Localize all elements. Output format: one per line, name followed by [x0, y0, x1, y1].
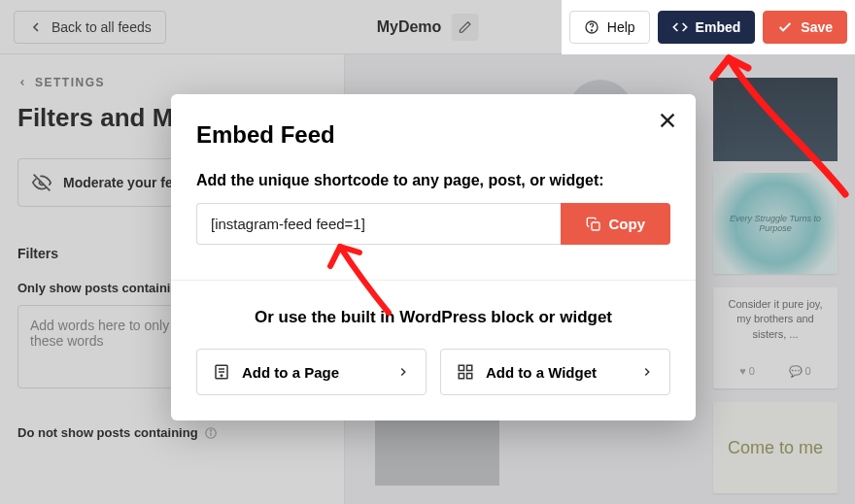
check-icon	[777, 19, 793, 35]
save-button[interactable]: Save	[763, 11, 847, 44]
dont-show-label: Do not show posts containing	[17, 425, 326, 440]
embed-label: Embed	[696, 19, 741, 35]
feed-title-group: MyDemo	[377, 14, 479, 41]
pencil-icon	[458, 20, 471, 34]
preview-tile[interactable]	[713, 78, 838, 161]
svg-rect-20	[467, 374, 472, 379]
copy-label: Copy	[609, 216, 646, 232]
top-bar: Back to all feeds MyDemo Help Embed Save	[0, 0, 855, 54]
card-caption: Consider it pure joy, my brothers and si…	[723, 297, 828, 342]
preview-tile[interactable]: Every Struggle Turns to Purpose	[713, 173, 838, 274]
close-icon	[657, 110, 678, 131]
add-to-widget-button[interactable]: Add to a Widget	[440, 349, 670, 395]
page-plus-icon	[213, 363, 230, 381]
chevron-left-icon	[28, 19, 44, 35]
back-to-feeds-label: Back to all feeds	[51, 19, 152, 35]
add-to-page-button[interactable]: Add to a Page	[196, 349, 427, 395]
modal-or-text: Or use the built in WordPress block or w…	[171, 280, 696, 327]
svg-point-8	[210, 429, 211, 430]
help-button[interactable]: Help	[569, 11, 650, 44]
svg-rect-17	[459, 365, 463, 370]
modal-subtitle: Add the unique shortcode to any page, po…	[196, 172, 670, 189]
info-icon	[204, 426, 218, 440]
code-icon	[672, 19, 688, 35]
widget-icon	[457, 363, 474, 381]
preview-column: Every Struggle Turns to Purpose Consider…	[713, 173, 838, 493]
chevron-right-icon	[396, 365, 410, 379]
help-label: Help	[607, 19, 635, 35]
feed-title: MyDemo	[377, 18, 442, 36]
embed-modal: Embed Feed Add the unique shortcode to a…	[171, 94, 696, 420]
shortcode-input[interactable]	[196, 203, 561, 245]
chevron-right-icon	[640, 365, 654, 379]
add-to-page-label: Add to a Page	[242, 364, 339, 381]
moderate-feed-label: Moderate your feed	[63, 175, 188, 190]
embed-button[interactable]: Embed	[658, 11, 756, 44]
add-to-widget-label: Add to a Widget	[486, 364, 597, 381]
card-meta: ♥ 0 💬 0	[723, 364, 828, 379]
back-to-feeds-button[interactable]: Back to all feeds	[14, 11, 166, 44]
preview-tile-card[interactable]: Consider it pure joy, my brothers and si…	[713, 287, 838, 388]
comment-icon: 💬 0	[789, 364, 811, 379]
svg-rect-19	[459, 374, 463, 379]
save-label: Save	[801, 19, 833, 35]
eye-off-icon	[32, 173, 51, 192]
modal-actions: Add to a Page Add to a Widget	[196, 349, 670, 395]
heart-icon: ♥ 0	[739, 364, 755, 379]
preview-tile[interactable]: Come to me	[713, 402, 838, 493]
modal-title: Embed Feed	[196, 121, 670, 149]
chevron-left-icon	[17, 78, 27, 87]
svg-point-1	[591, 30, 592, 31]
settings-back-label: SETTINGS	[35, 76, 105, 89]
top-bar-actions: Help Embed Save	[562, 0, 855, 54]
settings-back-link[interactable]: SETTINGS	[17, 76, 326, 89]
close-modal-button[interactable]	[657, 110, 678, 134]
help-icon	[584, 19, 599, 35]
svg-rect-11	[592, 222, 599, 230]
svg-rect-18	[467, 365, 472, 370]
shortcode-row: Copy	[196, 203, 670, 245]
copy-icon	[586, 217, 601, 232]
copy-button[interactable]: Copy	[561, 203, 671, 245]
edit-title-button[interactable]	[451, 14, 478, 41]
